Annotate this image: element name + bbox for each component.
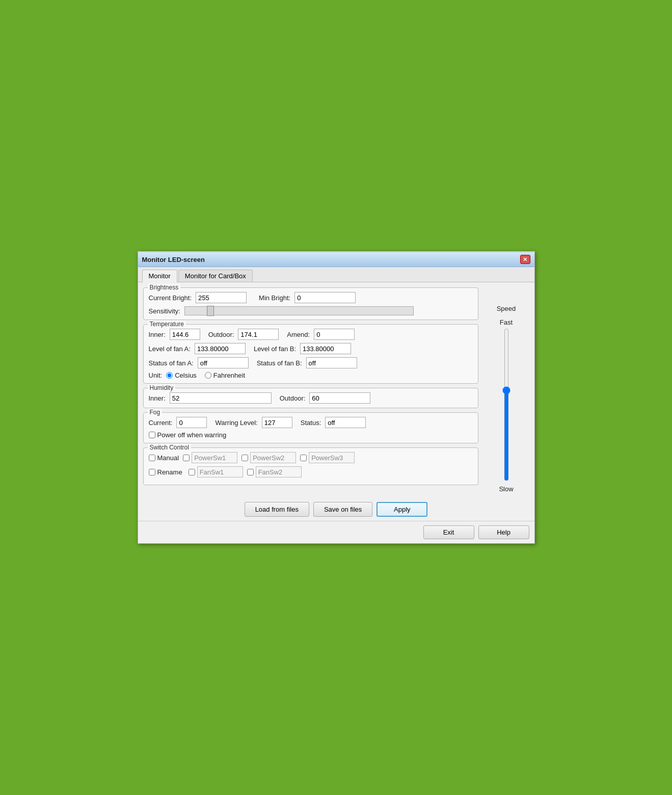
- apply-button[interactable]: Apply: [377, 502, 427, 517]
- save-button[interactable]: Save on files: [313, 502, 372, 517]
- fog-group: Fog Current: Warring Level: Status: Powe…: [143, 412, 478, 443]
- fog-current-input[interactable]: [176, 417, 207, 428]
- inner-temp-input[interactable]: [170, 329, 200, 340]
- humidity-outdoor-label: Outdoor:: [280, 394, 306, 402]
- power-sw1-checkbox[interactable]: [183, 455, 190, 461]
- manual-label: Manual: [157, 454, 179, 462]
- level-fan-a-input[interactable]: [195, 343, 246, 354]
- level-fan-b-input[interactable]: [300, 343, 351, 354]
- fan-sw2-checkbox[interactable]: [247, 469, 254, 475]
- fan-sw2-item: [247, 466, 302, 478]
- status-fan-a-input[interactable]: [198, 357, 249, 368]
- close-button[interactable]: ✕: [520, 255, 530, 264]
- power-sw2-input[interactable]: [250, 452, 296, 463]
- sensitivity-row: Sensitivity:: [149, 306, 473, 315]
- fog-row1: Current: Warring Level: Status:: [149, 417, 473, 428]
- main-content: Brightness Current Bright: Min Bright: S…: [138, 282, 534, 498]
- inner-label: Inner:: [149, 331, 166, 338]
- switch-row1: Manual: [149, 452, 473, 463]
- level-fan-a-label: Level of fan A:: [149, 345, 191, 353]
- slow-label: Slow: [499, 485, 513, 493]
- temp-row3: Status of fan A: Status of fan B:: [149, 357, 473, 368]
- humidity-row: Inner: Outdoor:: [149, 392, 473, 404]
- fahrenheit-radio[interactable]: [205, 372, 211, 379]
- status-fan-b-label: Status of fan B:: [257, 359, 302, 367]
- fahrenheit-option[interactable]: Fahrenheit: [205, 372, 245, 379]
- fan-sw2-input[interactable]: [256, 466, 302, 478]
- unit-row: Unit: Celsius Fahrenheit: [149, 372, 473, 379]
- current-bright-input[interactable]: [196, 292, 247, 303]
- amend-label: Amend:: [287, 331, 310, 338]
- humidity-group: Humidity Inner: Outdoor:: [143, 388, 478, 408]
- fahrenheit-label: Fahrenheit: [213, 372, 245, 379]
- fog-warning-input[interactable]: [262, 417, 292, 428]
- speed-section: Speed Fast Slow: [497, 303, 516, 493]
- tab-bar: Monitor Monitor for Card/Box: [138, 267, 534, 282]
- power-sw1-input[interactable]: [192, 452, 237, 463]
- power-off-checkbox[interactable]: [149, 432, 155, 438]
- tab-monitor-card[interactable]: Monitor for Card/Box: [178, 270, 253, 282]
- unit-radio-group: Celsius Fahrenheit: [166, 372, 245, 379]
- left-panel: Brightness Current Bright: Min Bright: S…: [143, 287, 478, 493]
- brightness-label: Brightness: [148, 284, 181, 291]
- help-button[interactable]: Help: [478, 525, 529, 539]
- sensitivity-slider[interactable]: [184, 306, 414, 315]
- celsius-radio[interactable]: [166, 372, 173, 379]
- switch-row2: Rename: [149, 466, 473, 478]
- temperature-label: Temperature: [148, 321, 186, 328]
- temp-row2: Level of fan A: Level of fan B:: [149, 343, 473, 354]
- fan-sw1-input[interactable]: [197, 466, 243, 478]
- min-bright-input[interactable]: [294, 292, 356, 303]
- fast-label: Fast: [500, 319, 513, 326]
- rename-item: Rename: [149, 468, 182, 476]
- fog-current-label: Current:: [149, 419, 173, 427]
- fog-warning-label: Warring Level:: [215, 419, 257, 427]
- manual-item: Manual: [149, 454, 179, 462]
- power-sw3-input[interactable]: [309, 452, 355, 463]
- speed-title: Speed: [497, 305, 516, 312]
- tab-monitor[interactable]: Monitor: [142, 270, 177, 282]
- celsius-label: Celsius: [175, 372, 197, 379]
- power-sw3-item: [300, 452, 355, 463]
- window-title: Monitor LED-screen: [142, 256, 205, 263]
- main-window: Monitor LED-screen ✕ Monitor Monitor for…: [138, 251, 535, 544]
- power-sw2-item: [241, 452, 296, 463]
- outdoor-temp-input[interactable]: [238, 329, 279, 340]
- humidity-label: Humidity: [148, 384, 176, 391]
- status-fan-a-label: Status of fan A:: [149, 359, 194, 367]
- switch-control-label: Switch Control: [148, 444, 191, 451]
- humidity-inner-input[interactable]: [170, 392, 272, 404]
- power-off-row: Power off when warring: [149, 431, 473, 439]
- fan-sw1-checkbox[interactable]: [189, 469, 195, 475]
- current-bright-label: Current Bright:: [149, 294, 192, 302]
- humidity-outdoor-input[interactable]: [309, 392, 370, 404]
- footer-buttons: Load from files Save on files Apply: [138, 498, 534, 521]
- fan-sw1-item: [189, 466, 243, 478]
- celsius-option[interactable]: Celsius: [166, 372, 197, 379]
- bottom-bar: Exit Help: [138, 521, 534, 543]
- power-off-label: Power off when warring: [157, 431, 227, 439]
- amend-input[interactable]: [314, 329, 355, 340]
- switch-control-group: Switch Control Manual: [143, 447, 478, 485]
- manual-checkbox[interactable]: [149, 455, 155, 461]
- speed-slider-container: Fast Slow: [499, 316, 513, 493]
- outdoor-label: Outdoor:: [208, 331, 234, 338]
- level-fan-b-label: Level of fan B:: [254, 345, 296, 353]
- humidity-inner-label: Inner:: [149, 394, 166, 402]
- exit-button[interactable]: Exit: [423, 525, 474, 539]
- status-fan-b-input[interactable]: [306, 357, 357, 368]
- fog-status-input[interactable]: [325, 417, 366, 428]
- speed-slider[interactable]: [500, 328, 513, 481]
- power-sw3-checkbox[interactable]: [300, 455, 307, 461]
- unit-label: Unit:: [149, 372, 163, 379]
- temp-row1: Inner: Outdoor: Amend:: [149, 329, 473, 340]
- brightness-group: Brightness Current Bright: Min Bright: S…: [143, 287, 478, 320]
- fog-status-label: Status:: [301, 419, 321, 427]
- brightness-row: Current Bright: Min Bright:: [149, 292, 473, 303]
- temperature-group: Temperature Inner: Outdoor: Amend: Level…: [143, 324, 478, 384]
- right-panel: Speed Fast Slow: [483, 287, 529, 493]
- power-sw2-checkbox[interactable]: [241, 455, 248, 461]
- load-button[interactable]: Load from files: [245, 502, 309, 517]
- rename-checkbox[interactable]: [149, 469, 155, 475]
- fog-label: Fog: [148, 409, 163, 416]
